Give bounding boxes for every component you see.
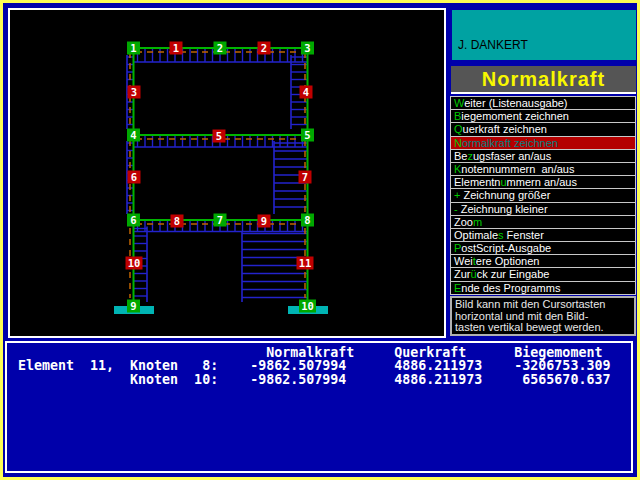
program-info-panel: J. DANKERT Finite-Elemente-Baukasten FEM… (452, 10, 636, 60)
menu-item-text: Zeichnung kleiner (458, 203, 548, 215)
hint-box: Bild kann mit den Cursortastenhorizontal… (450, 296, 636, 336)
node-label-number: 5 (304, 129, 310, 141)
menu-item-zeichnung-groesser[interactable]: + Zeichnung größer (451, 188, 635, 201)
menu-item-hotkey: N (454, 137, 462, 149)
element-label-number: 2 (261, 42, 267, 54)
menu-item-zoom[interactable]: Zoom (451, 215, 635, 228)
menu-item-zurueck-zur-eingabe[interactable]: Zurück zur Eingabe (451, 267, 635, 280)
menu-item-text: ormalkraft zeichnen (462, 137, 558, 149)
menu-panel: Weiter (Listenausgabe)Biegemoment zeichn… (450, 96, 636, 295)
femset-screen: 123456789101112345678910 J. DANKERT Fini… (0, 0, 640, 480)
menu-item-text: mmern an/aus (507, 176, 577, 188)
menu-item-text: Zoo (454, 216, 473, 228)
node-label-number: 4 (130, 129, 136, 141)
hint-line: Bild kann mit den Cursortasten (455, 299, 634, 311)
menu-item-hotkey: Q (454, 123, 463, 135)
structure-diagram-svg: 123456789101112345678910 (10, 10, 444, 336)
menu-item-ende-des-programms[interactable]: Ende des Programms (451, 281, 635, 294)
menu-item-normalkraft-zeichnen[interactable]: Normalkraft zeichnen (451, 136, 635, 149)
menu-item-text: Wei (454, 255, 473, 267)
menu-item-text: eiter (Listenausgabe) (464, 97, 567, 109)
element-label-number: 6 (131, 171, 137, 183)
output-panel: Normalkraft Querkraft Biegemoment Elemen… (5, 341, 633, 473)
node-label-number: 8 (304, 214, 310, 226)
menu-item-hotkey: W (454, 97, 464, 109)
menu-item-text: Fenster (504, 229, 544, 241)
element-label-number: 5 (216, 130, 222, 142)
menu-item-optimales-fenster[interactable]: Optimales Fenster (451, 228, 635, 241)
element-label-number: 8 (174, 215, 180, 227)
menu-item-text: nde des Programms (461, 282, 560, 294)
menu-item-text: ostScript-Ausgabe (461, 242, 551, 254)
mode-title: Normalkraft (451, 66, 636, 94)
hint-line: tasten vertikal bewegt werden. (455, 322, 634, 334)
drawing-area: 123456789101112345678910 (8, 8, 446, 338)
menu-item-text: ugsfaser an/aus (473, 150, 551, 162)
node-label-number: 2 (217, 42, 223, 54)
element-label-number: 4 (303, 86, 309, 98)
menu-item-text: ck zur Eingabe (477, 268, 550, 280)
menu-item-biegemoment-zeichnen[interactable]: Biegemoment zeichnen (451, 109, 635, 122)
element-label-number: 10 (128, 257, 141, 269)
menu-item-text: Zur (454, 268, 471, 280)
menu-item-zeichnung-kleiner[interactable]: - Zeichnung kleiner (451, 202, 635, 215)
menu-item-text: Optimale (454, 229, 498, 241)
node-label-number: 7 (217, 214, 223, 226)
menu-item-text: Zeichnung größer (460, 189, 550, 201)
menu-item-text: Elementn (454, 176, 500, 188)
output-text: Normalkraft Querkraft Biegemoment Elemen… (7, 343, 631, 386)
menu-item-text: uerkraft zeichnen (463, 123, 547, 135)
node-label-number: 1 (130, 42, 136, 54)
menu-item-weitere-optionen[interactable]: Weitere Optionen (451, 254, 635, 267)
menu-item-bezugsfaser-an-aus[interactable]: Bezugsfaser an/aus (451, 149, 635, 162)
element-label-number: 1 (173, 42, 179, 54)
menu-item-text: notennummern an/aus (461, 163, 574, 175)
menu-item-text: ere Optionen (476, 255, 540, 267)
menu-item-postscript-ausgabe[interactable]: PostScript-Ausgabe (451, 241, 635, 254)
menu-item-text: iegemoment zeichnen (461, 110, 569, 122)
menu-item-hotkey: m (473, 216, 482, 228)
menu-item-knotennummern-an-aus[interactable]: Knotennummern an/aus (451, 162, 635, 175)
element-label-number: 9 (261, 215, 267, 227)
menu-item-elementnummern-an-aus[interactable]: Elementnummern an/aus (451, 175, 635, 188)
element-label-number: 3 (131, 86, 137, 98)
node-label-number: 10 (301, 300, 314, 312)
menu-item-querkraft-zeichnen[interactable]: Querkraft zeichnen (451, 122, 635, 135)
node-label-number: 3 (304, 42, 310, 54)
node-label-number: 9 (130, 300, 136, 312)
menu-item-text: Be (454, 150, 467, 162)
node-label-number: 6 (130, 214, 136, 226)
program-author: J. DANKERT (458, 39, 636, 51)
element-label-number: 11 (299, 257, 312, 269)
element-label-number: 7 (302, 171, 308, 183)
menu-item-weiter-listenausgabe[interactable]: Weiter (Listenausgabe) (451, 96, 635, 109)
